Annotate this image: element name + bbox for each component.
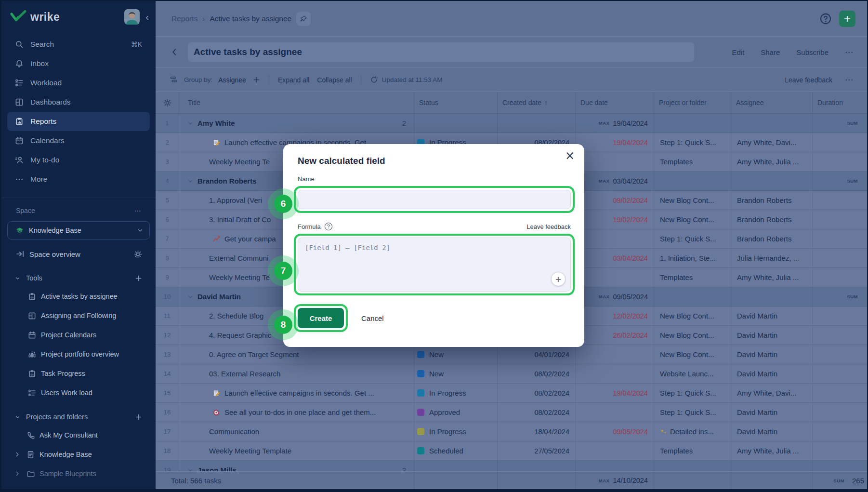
modal-leave-feedback-link[interactable]: Leave feedback xyxy=(526,223,571,230)
group-name: David Martin xyxy=(197,293,241,301)
add-field-button[interactable]: + xyxy=(551,272,566,286)
sidebar-project-ask-my-consultant[interactable]: Ask My Consultant xyxy=(1,426,156,445)
cell-due-date: 19/02/2024 xyxy=(576,210,654,229)
app-window: wrike ‹ Search⌘KInboxWorkloadDashboardsR… xyxy=(0,0,868,492)
cell-due-date xyxy=(576,229,654,248)
annotation-ring-create: Create xyxy=(294,304,348,332)
subscribe-button[interactable]: Subscribe xyxy=(796,48,829,56)
cell-assignee: David Martin xyxy=(731,422,813,441)
status-label: In Progress xyxy=(429,389,466,397)
cancel-button[interactable]: Cancel xyxy=(361,314,384,322)
refresh-icon[interactable] xyxy=(370,76,378,84)
group-name: Jason Mills xyxy=(197,466,237,471)
edit-button[interactable]: Edit xyxy=(732,48,744,56)
sidebar-collapse-icon[interactable]: ‹ xyxy=(145,12,149,22)
tools-section-header[interactable]: Tools xyxy=(1,269,156,287)
annotation-badge-7: 7 xyxy=(274,262,292,280)
sidebar-item-search[interactable]: Search⌘K xyxy=(7,35,150,54)
sidebar-item-more[interactable]: More xyxy=(7,170,150,189)
breadcrumb-reports[interactable]: Reports xyxy=(171,14,197,23)
close-icon[interactable]: × xyxy=(565,149,575,162)
create-new-button[interactable]: + xyxy=(839,11,855,27)
sidebar-tool-task-progress[interactable]: Task Progress xyxy=(1,364,156,383)
table-row[interactable]: 1Amy White2MAX19/04/2024SUM xyxy=(156,114,867,133)
column-header-project[interactable]: Project or folder xyxy=(654,92,731,113)
cell-created-date: 08/02/2024 xyxy=(498,384,576,402)
formula-input[interactable]: [Field 1] – [Field 2] + xyxy=(298,238,571,292)
sidebar-tool-users-work-load[interactable]: Users Work load xyxy=(1,383,156,402)
annotation-ring-name xyxy=(294,186,575,213)
sidebar-tool-active-tasks-by-assignee[interactable]: Active tasks by assignee xyxy=(1,287,156,306)
column-header-created-date[interactable]: Created date↑ xyxy=(498,92,576,113)
row-number: 4 xyxy=(156,172,179,190)
name-input[interactable] xyxy=(298,190,571,209)
create-button[interactable]: Create xyxy=(298,308,344,328)
column-header-due-date[interactable]: Due date xyxy=(576,92,654,113)
report-title-field[interactable]: Active tasks by assignee xyxy=(188,42,694,62)
task-title: Communication xyxy=(209,427,259,436)
table-row[interactable]: 19Jason Mills2 xyxy=(156,461,867,471)
cell-created-date xyxy=(498,461,576,471)
task-title: Weekly Meeting Template xyxy=(209,447,291,455)
space-menu-icon[interactable]: ⋯ xyxy=(134,207,142,214)
cell-project: Detailed ins... xyxy=(654,422,731,441)
due-date-value: 03/04/2024 xyxy=(613,177,648,185)
graduation-cap-icon xyxy=(15,226,24,235)
table-row[interactable]: 15Launch effective campaigns in seconds.… xyxy=(156,384,867,403)
sidebar-item-calendars[interactable]: Calendars xyxy=(7,131,150,150)
share-button[interactable]: Share xyxy=(761,48,780,56)
plus-icon[interactable] xyxy=(135,413,142,421)
cell-duration: SUM xyxy=(813,287,867,306)
cell-duration xyxy=(813,441,867,460)
sidebar-item-dashboards[interactable]: Dashboards xyxy=(7,93,150,112)
table-row[interactable]: 16See all your to-dos in one place and g… xyxy=(156,403,867,422)
toolbar-more-icon[interactable]: ⋯ xyxy=(845,75,854,85)
sidebar-item-reports[interactable]: Reports xyxy=(7,112,150,131)
leave-feedback-link[interactable]: Leave feedback xyxy=(785,76,832,84)
table-row[interactable]: 17CommunicationIn Progress18/04/202409/0… xyxy=(156,422,867,441)
due-date-value: 03/04/2024 xyxy=(613,254,648,262)
column-header-duration[interactable]: Duration xyxy=(813,92,867,113)
plus-icon[interactable] xyxy=(135,275,142,282)
table-row[interactable]: 18Weekly Meeting TemplateScheduled27/05/… xyxy=(156,441,867,461)
tools-label: Tools xyxy=(26,274,42,282)
cell-project: Website Launc... xyxy=(654,364,731,383)
pin-button[interactable] xyxy=(296,12,311,26)
sidebar-tool-assigning-and-following[interactable]: Assigning and Following xyxy=(1,306,156,325)
back-icon[interactable] xyxy=(170,48,179,56)
column-header-title[interactable]: Title xyxy=(179,92,414,113)
gear-icon[interactable] xyxy=(134,250,142,258)
group-by-value[interactable]: Assignee xyxy=(218,76,246,84)
table-settings-gear-icon[interactable] xyxy=(163,99,171,107)
column-header-status[interactable]: Status xyxy=(414,92,498,113)
dashboards-icon xyxy=(15,98,24,106)
sidebar-tool-project-calendars[interactable]: Project Calendars xyxy=(1,325,156,345)
sidebar-item-my-to-do[interactable]: My to-do xyxy=(7,150,150,170)
cell-assignee xyxy=(731,172,813,190)
add-grouping-icon[interactable] xyxy=(253,76,260,83)
sidebar-project-knowledge-base[interactable]: Knowledge Base xyxy=(1,445,156,464)
sidebar-project-sample-blueprints[interactable]: Sample Blueprints xyxy=(1,464,156,483)
formula-help-icon[interactable]: ? xyxy=(325,223,332,230)
table-row[interactable]: 130. Agree on Target SegmentNew04/01/202… xyxy=(156,345,867,364)
title-more-icon[interactable]: ⋯ xyxy=(845,47,854,57)
expand-all-button[interactable]: Expand all xyxy=(278,76,309,84)
sidebar-tool-project-portfolio-overview[interactable]: Project portfolio overview xyxy=(1,345,156,364)
toolbar-divider xyxy=(361,76,361,84)
wrike-wordmark: wrike xyxy=(30,11,60,24)
report-title: Active tasks by assignee xyxy=(194,47,302,57)
projects-section-header[interactable]: Projects and folders xyxy=(1,408,156,426)
sidebar-item-inbox[interactable]: Inbox xyxy=(7,54,150,73)
cell-assignee: Amy White, Julia ... xyxy=(731,441,813,460)
user-avatar[interactable] xyxy=(124,9,140,25)
collapse-all-button[interactable]: Collapse all xyxy=(317,76,352,84)
sidebar-item-space-overview[interactable]: Space overview xyxy=(1,244,156,264)
chart-icon xyxy=(213,235,221,243)
help-button[interactable] xyxy=(819,12,832,26)
table-row[interactable]: 1403. External ResearchNew08/02/2024Webs… xyxy=(156,364,867,384)
total-assignee-cell xyxy=(731,472,813,489)
row-number: 8 xyxy=(156,249,179,267)
space-selector[interactable]: Knowledge Base xyxy=(7,221,150,239)
column-header-assignee[interactable]: Assignee xyxy=(731,92,813,113)
sidebar-item-workload[interactable]: Workload xyxy=(7,73,150,93)
